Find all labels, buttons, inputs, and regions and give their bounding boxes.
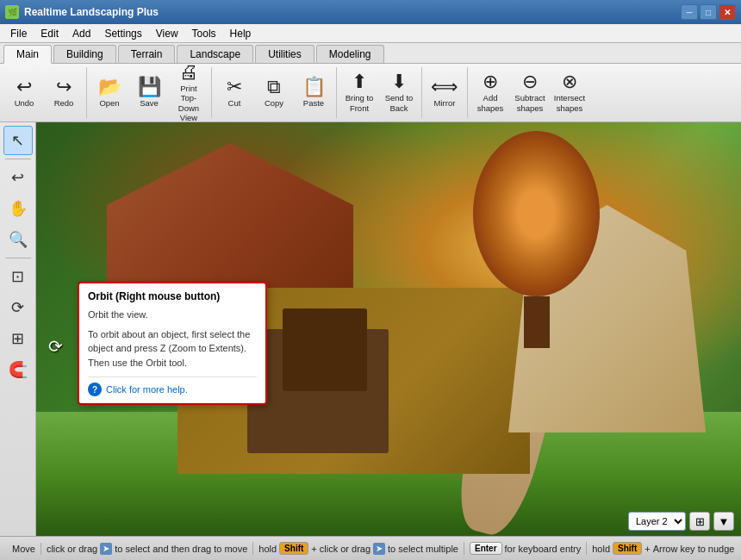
toolbar-btn-undo[interactable]: ↩Undo [5,69,43,117]
bottom-right-controls: Layer 1 Layer 2 Layer 3 ⊞ ▼ [628,512,734,531]
status-shift-key1: Shift [279,542,308,555]
left-tool-snap[interactable]: 🧲 [3,355,33,384]
toolbar-btn-redo[interactable]: ↪Redo [45,69,83,117]
copy-icon: ⧉ [267,78,281,96]
toolbar-btn-mirror[interactable]: ⟺Mirror [426,69,464,117]
layer-expand-button[interactable]: ▼ [713,512,734,531]
left-tool-orbit[interactable]: ⟳ [3,293,33,322]
tab-landscape[interactable]: Landscape [177,45,253,63]
statusbar: Move click or drag ➤ to select and then … [0,536,741,560]
left-tool-zoom[interactable]: 🔍 [3,225,33,254]
viewport[interactable]: Orbit (Right mouse button) Orbit the vie… [36,122,741,536]
add shapes-icon: ⊕ [483,72,498,91]
tooltip-line2: To orbit about an object, first select t… [88,327,257,370]
tab-utilities[interactable]: Utilities [255,45,314,63]
menu-edit[interactable]: Edit [34,26,65,41]
minimize-button[interactable]: ─ [681,4,698,20]
tab-modeling[interactable]: Modeling [316,45,384,63]
toolbar-btn-paste[interactable]: 📋Paste [295,69,333,117]
help-icon: ? [88,383,102,396]
redo-icon: ↪ [56,78,72,96]
toolbar-btn-open[interactable]: 📂Open [90,69,128,117]
main-area: ↖↩✋🔍⊡⟳⊞🧲 Orbit (Right mouse button) Orbi… [0,122,741,536]
tree-canopy [473,131,600,296]
menu-tools[interactable]: Tools [185,26,223,41]
tab-building[interactable]: Building [53,45,116,63]
tooltip-help-text: Click for more help. [106,384,188,395]
tab-main[interactable]: Main [3,45,52,64]
status-select-move-label: to select and then drag to move [115,544,247,554]
status-select-multiple: to select multiple [388,544,458,554]
toolbar-group-2: ✂Cut⧉Copy📋Paste [215,67,337,118]
status-move: Move [7,544,40,554]
toolbar-group-0: ↩Undo↪Redo [5,67,87,118]
status-hold2-label: hold [592,544,610,554]
menu-add[interactable]: Add [65,26,97,41]
tooltip-help-link[interactable]: ? Click for more help. [88,376,257,396]
app-title: Realtime Landscaping Plus [24,6,159,18]
tabbar: MainBuildingTerrainLandscapeUtilitiesMod… [0,43,741,64]
titlebar-left: 🌿 Realtime Landscaping Plus [5,5,159,19]
tooltip-body: Orbit the view. To orbit about an object… [88,308,257,370]
toolbar-btn-print-top-down-view[interactable]: 🖨Print Top-Down View [170,69,208,117]
undo-icon: ↩ [16,78,32,96]
subtract shapes-icon: ⊖ [522,72,538,91]
send to back-icon: ⬇ [391,72,407,91]
toolbar-btn-send-to-back[interactable]: ⬇Send to Back [380,69,418,117]
status-arrow-icon2: ➤ [373,543,385,555]
toolbar-group-1: 📂Open💾Save🖨Print Top-Down View [90,67,212,118]
open-icon: 📂 [98,78,121,96]
tab-terrain[interactable]: Terrain [118,45,176,63]
layer-dropdown[interactable]: Layer 1 Layer 2 Layer 3 [628,512,686,531]
menu-view[interactable]: View [149,26,185,41]
left-toolbar: ↖↩✋🔍⊡⟳⊞🧲 [0,122,36,536]
orbit-tooltip: Orbit (Right mouse button) Orbit the vie… [78,282,267,405]
menu-file[interactable]: File [3,26,34,41]
close-button[interactable]: ✕ [719,4,736,20]
status-click-drag: click or drag ➤ to select and then drag … [40,543,252,555]
toolbar-btn-intersect-shapes[interactable]: ⊗Intersect shapes [551,69,588,117]
toolbar-btn-save[interactable]: 💾Save [130,69,168,117]
mirror-icon: ⟺ [431,78,458,96]
toolbar-btn-copy[interactable]: ⧉Copy [255,69,293,117]
status-hold-label: hold [258,544,277,554]
menu-settings[interactable]: Settings [97,26,148,41]
titlebar: 🌿 Realtime Landscaping Plus ─ □ ✕ [0,0,741,24]
app-icon: 🌿 [5,5,19,19]
status-plus1: + [311,544,316,554]
save-icon: 💾 [138,78,161,96]
toolbar-btn-cut[interactable]: ✂Cut [215,69,253,117]
tree-trunk [524,296,549,348]
status-click-drag-label: click or drag [47,544,97,554]
toolbar-group-5: ⊕Add shapes⊖Subtract shapes⊗Intersect sh… [471,67,592,118]
left-tool-select[interactable]: ↖ [3,126,33,155]
scene-tree [473,131,600,338]
layer-settings-button[interactable]: ⊞ [689,512,710,531]
menu-help[interactable]: Help [223,26,258,41]
maximize-button[interactable]: □ [700,4,717,20]
toolbar: ↩Undo↪Redo📂Open💾Save🖨Print Top-Down View… [0,64,741,122]
left-toolbar-divider-4 [5,258,31,258]
status-enter: Enter for keyboard entry [464,542,586,555]
titlebar-controls[interactable]: ─ □ ✕ [681,4,736,20]
status-enter-key: Enter [470,542,502,555]
orbit-tool-active: ⟳ [40,331,71,362]
left-tool-undo[interactable]: ↩ [3,163,33,192]
status-arrow-icon1: ➤ [100,543,112,555]
paste-icon: 📋 [302,78,326,96]
left-tool-zoom-extents[interactable]: ⊡ [3,262,33,291]
status-nudge: hold Shift + Arrow key to nudge [586,542,739,555]
status-keyboard-label: for keyboard entry [505,544,582,554]
toolbar-btn-bring-to-front[interactable]: ⬆Bring to Front [340,69,378,117]
status-arrow-label: Arrow key to nudge [653,544,735,554]
left-tool-grid[interactable]: ⊞ [3,324,33,353]
toolbar-group-3: ⬆Bring to Front⬇Send to Back [340,67,422,118]
intersect shapes-icon: ⊗ [562,72,577,91]
toolbar-btn-subtract-shapes[interactable]: ⊖Subtract shapes [511,69,549,117]
toolbar-btn-add-shapes[interactable]: ⊕Add shapes [471,69,509,117]
left-toolbar-divider-1 [5,159,31,159]
status-plus2: + [644,544,650,554]
status-click-drag2: click or drag [320,544,370,554]
left-tool-pan[interactable]: ✋ [3,194,33,223]
status-hold-shift: hold Shift + click or drag ➤ to select m… [252,542,464,555]
